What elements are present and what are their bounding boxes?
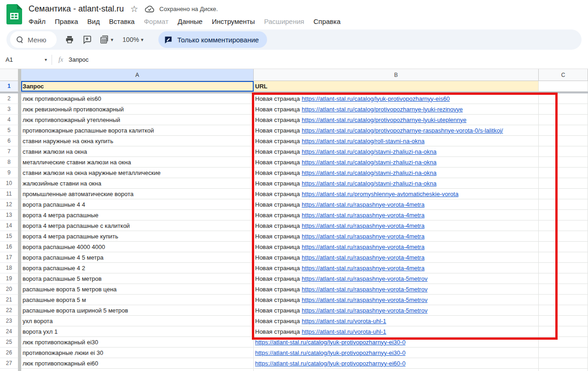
url-link[interactable]: https://atlant-stal.ru/catalog/stavni-zh… <box>302 169 437 176</box>
url-link[interactable]: https://atlant-stal.ru/raspashnye-vorota… <box>302 243 425 250</box>
cell-empty[interactable] <box>539 252 588 263</box>
cell-empty[interactable] <box>539 348 588 358</box>
menu-данные[interactable]: Данные <box>174 17 206 26</box>
row-header[interactable]: 8 <box>0 157 18 168</box>
cell-query[interactable]: люк противопожарный ei30 <box>21 337 254 348</box>
cell-empty[interactable] <box>539 358 588 369</box>
row-header[interactable]: 21 <box>0 295 18 305</box>
formula-input[interactable]: Запрос <box>69 56 588 63</box>
cell-url[interactable]: Новая страницаhttps://atlant-stal.ru/vor… <box>254 326 539 337</box>
cell-query[interactable]: промышленные автоматические ворота <box>21 189 254 199</box>
row-header[interactable]: 15 <box>0 231 18 242</box>
cell-a1-selected[interactable]: Запрос <box>21 81 254 92</box>
url-link[interactable]: https://atlant-stal.ru/raspashnye-vorota… <box>302 233 425 240</box>
url-link[interactable]: https://atlant-stal.ru/raspashnye-vorota… <box>302 212 425 219</box>
zoom-control[interactable]: 100% ▾ <box>122 36 143 43</box>
cell-empty[interactable] <box>539 115 588 125</box>
cell-url[interactable]: Новая страницаhttps://atlant-stal.ru/cat… <box>254 125 539 136</box>
cell-empty[interactable] <box>539 305 588 316</box>
url-link[interactable]: https://atlant-stal.ru/catalog/stavni-zh… <box>302 159 437 166</box>
menu-вид[interactable]: Вид <box>84 17 104 26</box>
url-link[interactable]: https://atlant-stal.ru/raspashnye-vorota… <box>302 286 427 293</box>
cell-query[interactable]: люк противопожарный ei60 <box>21 358 254 369</box>
row-header[interactable]: 12 <box>0 199 18 210</box>
cell-query[interactable]: распашные ворота 5 метров цена <box>21 284 254 295</box>
cell-url[interactable]: Новая страницаhttps://atlant-stal.ru/cat… <box>254 104 539 115</box>
cell-empty[interactable] <box>539 263 588 273</box>
cell-query[interactable]: распашные ворота 5 м <box>21 295 254 305</box>
cell-query[interactable]: распашные ворота шириной 5 метров <box>21 305 254 316</box>
cell-empty[interactable] <box>539 210 588 220</box>
row-header[interactable]: 7 <box>0 146 18 157</box>
row-header[interactable] <box>0 369 18 371</box>
menu-правка[interactable]: Правка <box>51 17 82 26</box>
url-link[interactable]: https://atlant-stal.ru/catalog/protivopo… <box>302 106 463 113</box>
row-header[interactable]: 19 <box>0 273 18 284</box>
cell-url[interactable]: Новая страницаhttps://atlant-stal.ru/cat… <box>254 168 539 178</box>
url-link[interactable]: https://atlant-stal.ru/vorota-uhl-1 <box>302 328 386 335</box>
url-link[interactable]: https://atlant-stal.ru/raspashnye-vorota… <box>302 222 425 229</box>
cell-query[interactable]: люк противопожарный утепленный <box>21 115 254 125</box>
cell-url[interactable]: Новая страницаhttps://atlant-stal.ru/ras… <box>254 220 539 231</box>
menu-инструменты[interactable]: Инструменты <box>208 17 259 26</box>
cell-empty[interactable] <box>539 178 588 189</box>
name-box[interactable]: A1 ▾ <box>0 56 52 63</box>
cell-query[interactable]: ставни жалюзи на окна <box>21 146 254 157</box>
cell-empty[interactable] <box>254 369 539 371</box>
cell-query[interactable]: металлические ставни жалюзи на окна <box>21 157 254 168</box>
menu-справка[interactable]: Справка <box>310 17 344 26</box>
cell-query[interactable]: люк ревизионный противопожарный <box>21 104 254 115</box>
cell-empty[interactable] <box>539 231 588 242</box>
cell-query[interactable]: ворота 4 метра распашные с калиткой <box>21 220 254 231</box>
cell-query[interactable]: люк противопожарный eis60 <box>21 93 254 104</box>
comment-only-mode-chip[interactable]: Только комментирование <box>158 31 267 48</box>
url-link[interactable]: https://atlant-stal.ru/vorota-uhl-1 <box>302 318 386 325</box>
row-header[interactable]: 18 <box>0 263 18 273</box>
cell-url[interactable]: Новая страницаhttps://atlant-stal.ru/ras… <box>254 305 539 316</box>
cloud-check-icon[interactable] <box>145 5 155 13</box>
row-header[interactable]: 2 <box>0 93 18 104</box>
cell-query[interactable]: противопожарные люки ei 30 <box>21 348 254 358</box>
row-header[interactable]: 16 <box>0 242 18 252</box>
url-link[interactable]: https://atlant-stal.ru/raspashnye-vorota… <box>302 265 425 272</box>
cell-url[interactable]: Новая страницаhttps://atlant-stal.ru/ras… <box>254 231 539 242</box>
cell-url[interactable]: Новая страницаhttps://atlant-stal.ru/ras… <box>254 295 539 305</box>
cell-empty[interactable] <box>539 369 588 371</box>
select-all-corner[interactable] <box>0 69 18 81</box>
cell-empty[interactable] <box>539 284 588 295</box>
cell-url[interactable]: https://atlant-stal.ru/catalog/lyuk-prot… <box>254 348 539 358</box>
url-link[interactable]: https://atlant-stal.ru/catalog/lyuk-prot… <box>255 349 406 356</box>
frozen-row-divider[interactable] <box>0 92 588 93</box>
cell-empty[interactable] <box>539 125 588 136</box>
url-link[interactable]: https://atlant-stal.ru/raspashnye-vorota… <box>302 307 427 314</box>
cell-empty[interactable] <box>539 157 588 168</box>
cell-url[interactable]: Новая страницаhttps://atlant-stal.ru/cat… <box>254 136 539 146</box>
row-header[interactable]: 27 <box>0 358 18 369</box>
menu-файл[interactable]: Файл <box>25 17 49 26</box>
cell-query[interactable]: ворота 4 метра распашные <box>21 210 254 220</box>
menu-search-pill[interactable]: Меню <box>10 31 57 48</box>
cell-empty[interactable] <box>539 326 588 337</box>
row-header[interactable]: 3 <box>0 104 18 115</box>
cell-query[interactable]: ворота 4 метра распашные купить <box>21 231 254 242</box>
url-link[interactable]: https://atlant-stal.ru/catalog/lyuk-prot… <box>255 360 406 367</box>
url-link[interactable]: https://atlant-stal.ru/catalog/roll-stav… <box>302 138 425 145</box>
cell-query[interactable]: ворота распашные 4000 4000 <box>21 242 254 252</box>
cell-url[interactable]: Новая страницаhttps://atlant-stal.ru/ras… <box>254 273 539 284</box>
cell-empty[interactable] <box>539 199 588 210</box>
cell-url[interactable]: https://atlant-stal.ru/catalog/lyuk-prot… <box>254 358 539 369</box>
row-header[interactable]: 5 <box>0 125 18 136</box>
cell-url[interactable]: Новая страницаhttps://atlant-stal.ru/cat… <box>254 93 539 104</box>
cell-empty[interactable] <box>539 146 588 157</box>
cell-empty[interactable] <box>539 93 588 104</box>
cell-query[interactable]: ворота ухл 1 <box>21 326 254 337</box>
cell-url[interactable]: Новая страницаhttps://atlant-stal.ru/ras… <box>254 210 539 220</box>
row-header[interactable]: 17 <box>0 252 18 263</box>
star-icon[interactable]: ☆ <box>130 5 138 13</box>
row-header[interactable]: 13 <box>0 210 18 220</box>
url-link[interactable]: https://atlant-stal.ru/raspashnye-vorota… <box>302 296 427 303</box>
cell-url[interactable]: Новая страницаhttps://atlant-stal.ru/cat… <box>254 146 539 157</box>
column-header-c[interactable]: C <box>539 69 588 81</box>
cell-b1[interactable]: URL <box>254 81 539 92</box>
url-link[interactable]: https://atlant-stal.ru/raspashnye-vorota… <box>302 201 425 208</box>
